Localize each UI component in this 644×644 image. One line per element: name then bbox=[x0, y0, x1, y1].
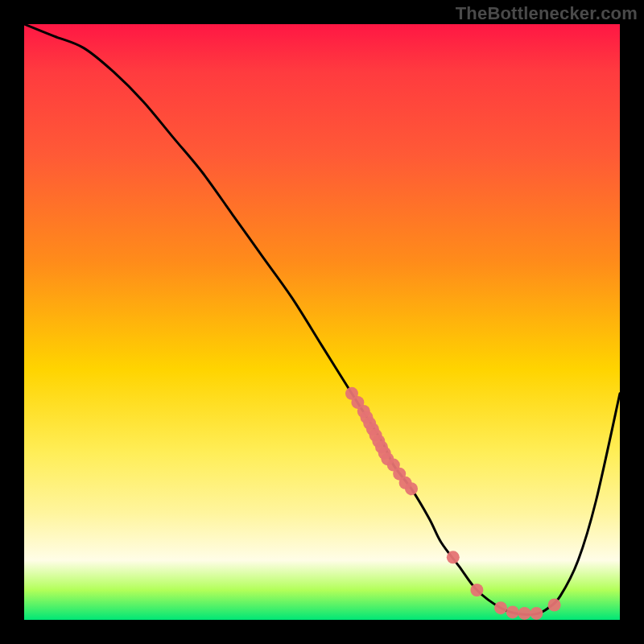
data-point bbox=[405, 482, 418, 495]
data-point bbox=[470, 584, 483, 597]
chart-frame: TheBottlenecker.com bbox=[0, 0, 644, 644]
data-point bbox=[518, 607, 531, 620]
plot-area bbox=[24, 24, 620, 620]
scatter-points bbox=[345, 387, 561, 620]
chart-svg bbox=[24, 24, 620, 620]
data-point bbox=[530, 607, 543, 620]
bottleneck-curve bbox=[24, 24, 620, 615]
watermark-text: TheBottlenecker.com bbox=[456, 3, 638, 24]
curve-path bbox=[24, 24, 620, 615]
data-point bbox=[506, 605, 519, 618]
data-point bbox=[494, 601, 507, 614]
data-point bbox=[548, 599, 561, 612]
data-point bbox=[447, 551, 460, 564]
